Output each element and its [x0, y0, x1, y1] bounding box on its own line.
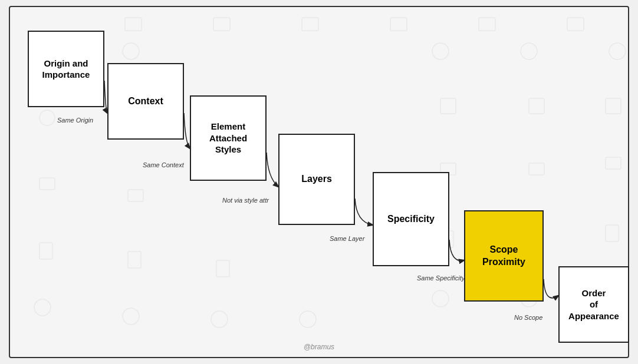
element-attached-box: ElementAttachedStyles [190, 95, 267, 181]
svg-point-7 [123, 43, 139, 59]
svg-rect-15 [40, 178, 55, 190]
element-attached-label: ElementAttachedStyles [209, 121, 247, 155]
svg-rect-21 [128, 252, 141, 268]
origin-importance-label: Origin and Importance [35, 58, 97, 81]
svg-point-27 [123, 308, 139, 325]
layers-label: Layers [301, 173, 332, 186]
context-box: Context [107, 63, 184, 140]
svg-rect-11 [40, 110, 55, 125]
svg-point-8 [432, 43, 449, 59]
svg-rect-0 [125, 18, 142, 31]
arrow-label-2: Same Context [143, 161, 184, 168]
svg-rect-13 [529, 98, 544, 114]
svg-rect-12 [440, 98, 456, 114]
svg-rect-18 [529, 163, 544, 175]
specificity-label: Specificity [387, 213, 435, 226]
context-label: Context [128, 95, 163, 108]
svg-rect-3 [390, 18, 407, 31]
svg-rect-16 [128, 190, 143, 201]
svg-rect-2 [302, 18, 318, 31]
svg-point-29 [300, 311, 316, 327]
svg-rect-14 [606, 98, 621, 114]
svg-rect-22 [216, 260, 229, 277]
svg-point-30 [432, 290, 449, 307]
main-container: Origin and Importance Context ElementAtt… [9, 6, 629, 358]
svg-rect-19 [606, 157, 621, 169]
svg-point-26 [34, 299, 51, 316]
arrow-label-5: Same Specificity [417, 274, 465, 282]
diagram-area: Origin and Importance Context ElementAtt… [10, 7, 628, 357]
svg-rect-4 [479, 18, 495, 31]
specificity-box: Specificity [373, 172, 449, 266]
scope-proximity-label: ScopeProximity [482, 244, 525, 269]
arrow-label-1: Same Origin [57, 117, 93, 124]
watermark: @bramus [304, 343, 334, 351]
layers-box: Layers [278, 134, 355, 225]
svg-point-9 [521, 43, 537, 59]
svg-point-10 [609, 43, 626, 59]
svg-rect-1 [213, 18, 230, 31]
arrow-label-6: No Scope [514, 314, 542, 321]
arrow-label-3: Not via style attr [222, 197, 269, 204]
origin-importance-box: Origin and Importance [28, 31, 104, 107]
svg-rect-20 [40, 243, 52, 259]
scope-proximity-box: ScopeProximity [464, 210, 544, 302]
svg-point-28 [211, 311, 228, 327]
order-appearance-box: OrderofAppearance [558, 266, 629, 343]
svg-rect-25 [606, 225, 619, 241]
svg-rect-5 [567, 18, 584, 31]
order-appearance-label: OrderofAppearance [568, 287, 619, 322]
arrow-label-4: Same Layer [330, 235, 364, 242]
